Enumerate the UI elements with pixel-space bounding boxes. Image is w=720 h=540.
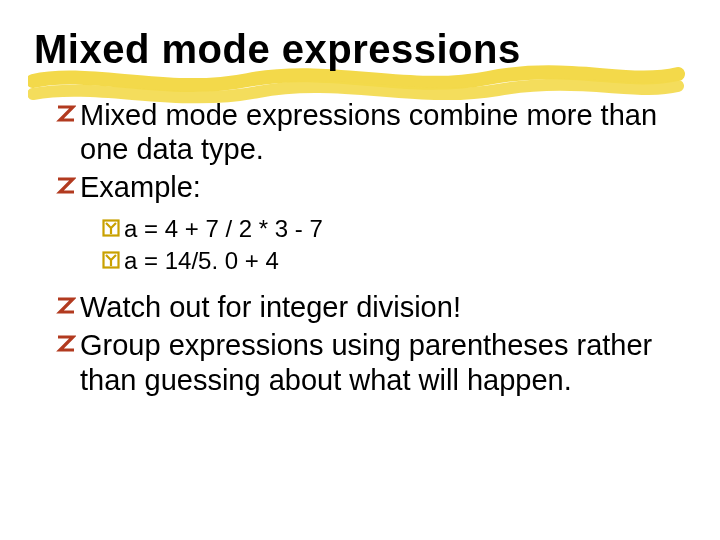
bullet-text: Watch out for integer division!: [80, 290, 461, 324]
z-bullet-icon: [56, 176, 76, 196]
list-item: Group expressions using parentheses rath…: [56, 328, 686, 396]
list-item: a = 14/5. 0 + 4: [102, 247, 686, 276]
content: Mixed mode expressions combine more than…: [34, 98, 686, 397]
bullet-text: Mixed mode expressions combine more than…: [80, 98, 686, 166]
sub-list: a = 4 + 7 / 2 * 3 - 7 a = 14/5. 0 + 4: [34, 215, 686, 277]
bullet-text: Group expressions using parentheses rath…: [80, 328, 686, 396]
list-item: Watch out for integer division!: [56, 290, 686, 324]
y-bullet-icon: [102, 219, 120, 237]
y-bullet-icon: [102, 251, 120, 269]
z-bullet-icon: [56, 334, 76, 354]
z-bullet-icon: [56, 104, 76, 124]
list-item: Mixed mode expressions combine more than…: [56, 98, 686, 166]
list-item: a = 4 + 7 / 2 * 3 - 7: [102, 215, 686, 244]
list-item: Example:: [56, 170, 686, 204]
sub-bullet-text: a = 4 + 7 / 2 * 3 - 7: [124, 215, 323, 244]
slide: Mixed mode expressions Mixed mode expres…: [0, 0, 720, 421]
sub-bullet-text: a = 14/5. 0 + 4: [124, 247, 279, 276]
title-block: Mixed mode expressions: [34, 28, 686, 70]
page-title: Mixed mode expressions: [34, 28, 686, 70]
z-bullet-icon: [56, 296, 76, 316]
bullet-text: Example:: [80, 170, 201, 204]
